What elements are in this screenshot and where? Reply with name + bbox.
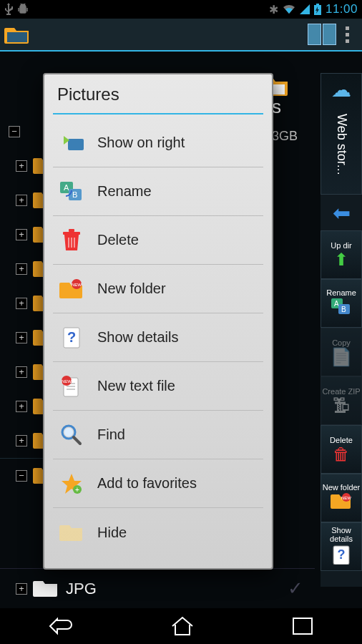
svg-text:?: ? <box>338 547 346 562</box>
details-icon: ? <box>59 325 84 351</box>
svg-rect-17 <box>63 232 80 235</box>
app-titlebar <box>0 19 362 52</box>
rename-icon: AB <box>59 179 84 205</box>
star-icon: + <box>59 471 84 497</box>
web-storage-label: Web stor... <box>334 114 349 175</box>
expand-icon[interactable]: + <box>16 401 27 412</box>
android-nav-bar <box>0 608 362 644</box>
svg-text:+: + <box>75 486 79 494</box>
svg-text:NEW: NEW <box>72 283 82 287</box>
menu-add-favorites[interactable]: + Add to favorites <box>53 459 263 508</box>
rename-icon: AB <box>331 298 351 318</box>
arrow-up-icon: ⬆ <box>334 251 348 268</box>
signal-icon <box>300 4 310 14</box>
dual-pane-icon[interactable] <box>308 24 336 45</box>
arrow-left-icon[interactable]: ⬅ <box>321 195 362 230</box>
expand-icon[interactable]: + <box>16 435 27 447</box>
android-debug-icon <box>17 3 29 16</box>
svg-text:?: ? <box>67 329 76 345</box>
svg-text:NEW: NEW <box>341 496 351 500</box>
sidebar-new-folder-button[interactable]: New folder NEW <box>321 474 362 522</box>
svg-text:B: B <box>341 306 346 313</box>
sidebar-zip-button: Create ZIP 🗜 <box>321 376 362 425</box>
cloud-icon: ☁ <box>331 78 351 102</box>
web-storage-button[interactable]: ☁ Web stor... <box>321 73 362 195</box>
back-button[interactable] <box>49 616 73 636</box>
new-text-icon: NEW <box>59 374 84 399</box>
svg-rect-2 <box>7 32 27 42</box>
svg-rect-18 <box>69 229 74 232</box>
svg-rect-12 <box>68 139 84 150</box>
sidebar-details-button[interactable]: Show details ? <box>321 522 362 571</box>
svg-text:NEW: NEW <box>62 379 72 384</box>
expand-icon[interactable]: + <box>16 195 27 206</box>
new-folder-icon: NEW <box>59 276 84 302</box>
home-button[interactable] <box>170 616 195 636</box>
sidebar-delete-button[interactable]: Delete 🗑 <box>321 425 362 474</box>
right-sidebar: ☁ Web stor... ⬅ Up dir ⬆ Rename AB Copy … <box>321 73 362 587</box>
recent-apps-button[interactable] <box>292 617 313 635</box>
menu-hide[interactable]: Hide <box>53 508 263 557</box>
expand-icon[interactable]: + <box>16 160 27 172</box>
sidebar-copy-button: Copy 📄 <box>321 328 362 376</box>
expand-icon[interactable]: + <box>16 263 27 275</box>
svg-text:B: B <box>72 190 77 199</box>
show-right-icon <box>59 130 84 156</box>
expand-icon[interactable]: + <box>16 366 27 378</box>
svg-point-33 <box>64 428 73 436</box>
menu-delete[interactable]: Delete <box>53 216 263 265</box>
context-menu-dialog: Pictures Show on right AB Rename Delete … <box>43 73 273 570</box>
zip-icon: 🗜 <box>333 397 350 414</box>
trash-icon <box>59 228 84 253</box>
new-folder-icon: NEW <box>331 493 352 513</box>
content-area: s 3GB − + + + + + + + + + − + JPG ✓ ☁ We… <box>0 52 362 608</box>
bg-storage-text: 3GB <box>272 129 298 144</box>
wifi-icon <box>283 4 295 14</box>
expand-icon[interactable]: + <box>16 229 27 240</box>
sidebar-up-dir-button[interactable]: Up dir ⬆ <box>321 230 362 279</box>
status-clock: 11:00 <box>326 2 358 16</box>
battery-icon <box>314 4 321 15</box>
menu-show-details[interactable]: ? Show details <box>53 313 263 362</box>
menu-rename[interactable]: AB Rename <box>53 167 263 216</box>
sidebar-rename-button[interactable]: Rename AB <box>321 279 362 328</box>
usb-icon <box>4 3 13 16</box>
folder-white-icon <box>33 578 59 600</box>
check-icon[interactable]: ✓ <box>288 577 303 600</box>
expand-icon[interactable]: + <box>16 298 27 309</box>
dialog-list: Show on right AB Rename Delete NEW New f… <box>44 114 272 568</box>
collapse-icon[interactable]: − <box>16 470 27 482</box>
tree-label: JPG <box>66 580 97 598</box>
hide-folder-icon <box>59 519 84 545</box>
svg-text:A: A <box>64 183 69 192</box>
trash-icon: 🗑 <box>333 446 350 463</box>
dialog-title: Pictures <box>44 74 272 113</box>
expand-icon[interactable]: + <box>16 332 27 343</box>
status-bar: ✱ 11:00 <box>0 0 362 19</box>
svg-line-34 <box>74 437 80 444</box>
tree-item-jpg[interactable]: + JPG ✓ <box>0 568 315 608</box>
menu-find[interactable]: Find <box>53 411 263 459</box>
menu-new-text-file[interactable]: NEW New text file <box>53 362 263 411</box>
overflow-menu-icon[interactable] <box>336 26 358 43</box>
menu-show-on-right[interactable]: Show on right <box>53 119 263 167</box>
details-icon: ? <box>332 545 351 567</box>
collapse-icon[interactable]: − <box>9 126 20 137</box>
app-folder-icon <box>4 24 30 45</box>
menu-new-folder[interactable]: NEW New folder <box>53 265 263 313</box>
svg-text:A: A <box>334 300 339 308</box>
find-icon <box>59 422 84 448</box>
bluetooth-icon: ✱ <box>269 3 278 16</box>
expand-icon[interactable]: + <box>16 583 27 595</box>
copy-icon: 📄 <box>331 348 352 366</box>
svg-rect-1 <box>316 4 319 5</box>
